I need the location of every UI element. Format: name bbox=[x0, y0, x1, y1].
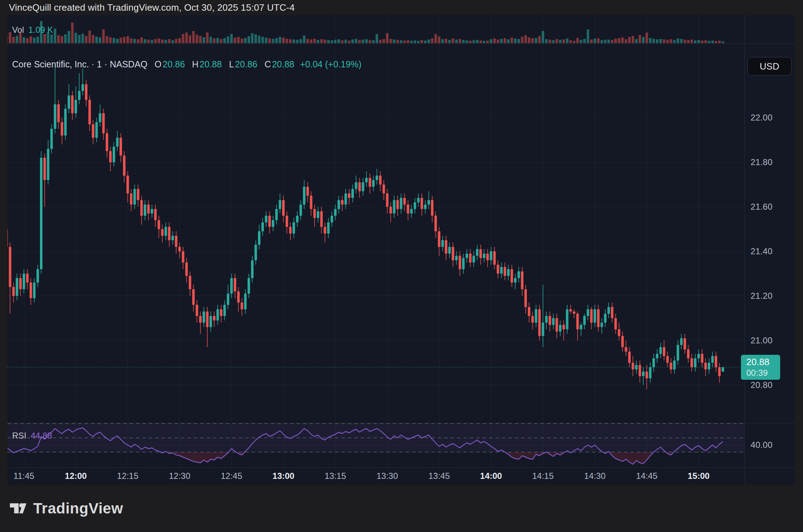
candle-body bbox=[510, 269, 513, 282]
volume-bar bbox=[102, 30, 105, 43]
candle-body bbox=[652, 358, 655, 367]
volume-bar bbox=[493, 39, 496, 43]
candle-body bbox=[137, 189, 139, 200]
price-axis-label: 21.60 bbox=[751, 202, 773, 212]
last-price-value: 20.88 bbox=[746, 356, 780, 368]
chart-canvas[interactable] bbox=[7, 15, 795, 485]
volume-bar bbox=[209, 37, 212, 43]
time-axis-label: 13:30 bbox=[368, 471, 407, 481]
candle-body bbox=[504, 267, 506, 276]
volume-bar bbox=[652, 39, 655, 43]
volume-bar bbox=[618, 38, 620, 43]
volume-bar bbox=[185, 32, 188, 43]
candle-body bbox=[192, 289, 195, 305]
candle-body bbox=[217, 309, 219, 320]
volume-bar bbox=[687, 40, 690, 43]
volume-bar bbox=[85, 36, 87, 43]
volume-bar bbox=[594, 39, 596, 43]
candle-body bbox=[649, 367, 651, 378]
volume-bar bbox=[133, 39, 136, 43]
volume-bar bbox=[563, 39, 565, 43]
volume-bar bbox=[427, 40, 430, 43]
volume-bar bbox=[656, 39, 659, 43]
chart-area[interactable]: Vol 1.09 K Core Scientific, Inc. · 1 · N… bbox=[7, 15, 795, 485]
candle-body bbox=[68, 96, 70, 109]
candle-body bbox=[535, 309, 537, 322]
price-axis[interactable]: USD 20.88 00:39 22.0021.8021.6021.4021.2… bbox=[744, 15, 795, 485]
volume-bar bbox=[61, 36, 63, 43]
rsi-legend[interactable]: RSI 44.88 bbox=[12, 431, 52, 441]
last-price-badge[interactable]: 20.88 00:39 bbox=[741, 355, 780, 380]
candle-body bbox=[455, 256, 458, 260]
time-axis[interactable]: 11:4512:0012:1512:3012:4513:0013:1513:30… bbox=[7, 467, 744, 485]
volume-bar bbox=[251, 33, 254, 43]
volume-bar bbox=[580, 40, 582, 43]
volume-bar bbox=[282, 37, 285, 43]
candle-body bbox=[483, 254, 486, 258]
candle-body bbox=[175, 236, 177, 247]
candle-body bbox=[445, 240, 447, 254]
rsi-label: RSI bbox=[12, 431, 26, 441]
volume-bar bbox=[500, 39, 503, 43]
candle-body bbox=[227, 294, 229, 305]
candle-body bbox=[625, 347, 627, 352]
volume-bar bbox=[431, 39, 433, 43]
candle-body bbox=[656, 354, 659, 358]
volume-bar bbox=[192, 31, 195, 43]
symbol-header[interactable]: Core Scientific, Inc. · 1 · NASDAQ O20.8… bbox=[12, 59, 361, 70]
candle-body bbox=[618, 329, 620, 336]
time-axis-label: 12:15 bbox=[108, 471, 147, 481]
volume-bar bbox=[334, 40, 337, 43]
candle-body bbox=[462, 258, 464, 269]
candle-body bbox=[493, 251, 496, 265]
volume-bar bbox=[535, 38, 537, 43]
candle-body bbox=[538, 309, 541, 336]
volume-bar bbox=[182, 34, 184, 43]
volume-bar bbox=[351, 40, 354, 43]
volume-bar bbox=[217, 38, 219, 43]
volume-legend[interactable]: Vol 1.09 K bbox=[12, 25, 53, 35]
volume-bar bbox=[9, 32, 11, 43]
volume-bar bbox=[694, 40, 696, 43]
volume-bar bbox=[313, 39, 316, 43]
volume-bar bbox=[608, 40, 610, 43]
volume-bar bbox=[576, 38, 579, 43]
candle-body bbox=[390, 207, 392, 214]
volume-bar bbox=[697, 40, 700, 43]
volume-bar bbox=[33, 38, 36, 43]
candle-body bbox=[438, 231, 441, 247]
candle-body bbox=[241, 303, 243, 310]
volume-bar bbox=[254, 34, 257, 43]
candle-body bbox=[265, 216, 268, 222]
volume-bar bbox=[172, 40, 174, 43]
close-value: 20.88 bbox=[272, 59, 294, 69]
volume-bar bbox=[26, 38, 29, 43]
rsi-axis-label: 40.00 bbox=[751, 440, 773, 450]
volume-bar bbox=[68, 31, 70, 43]
low-value: 20.86 bbox=[235, 59, 258, 69]
volume-bar bbox=[396, 40, 399, 43]
volume-bar bbox=[452, 39, 454, 43]
candle-body bbox=[223, 305, 226, 316]
time-axis-label: 14:30 bbox=[575, 471, 615, 481]
volume-bar bbox=[417, 41, 420, 43]
candle-body bbox=[30, 282, 32, 298]
candle-body bbox=[293, 222, 295, 234]
candle-body bbox=[587, 309, 589, 316]
volume-bar bbox=[154, 39, 157, 43]
volume-bar bbox=[483, 41, 486, 43]
volume-bar bbox=[559, 40, 561, 43]
volume-bar bbox=[230, 34, 233, 43]
volume-bar bbox=[23, 37, 25, 43]
tradingview-logo[interactable]: TradingView bbox=[9, 500, 123, 517]
candle-body bbox=[116, 138, 118, 147]
candle-body bbox=[524, 289, 527, 307]
currency-button[interactable]: USD bbox=[747, 57, 792, 76]
volume-bar bbox=[348, 41, 350, 43]
time-axis-label: 11:45 bbox=[7, 471, 44, 481]
candle-body bbox=[424, 205, 427, 209]
candle-body bbox=[127, 175, 129, 193]
volume-bar bbox=[241, 39, 243, 43]
candle-body bbox=[382, 184, 385, 193]
candle-body bbox=[95, 122, 98, 138]
